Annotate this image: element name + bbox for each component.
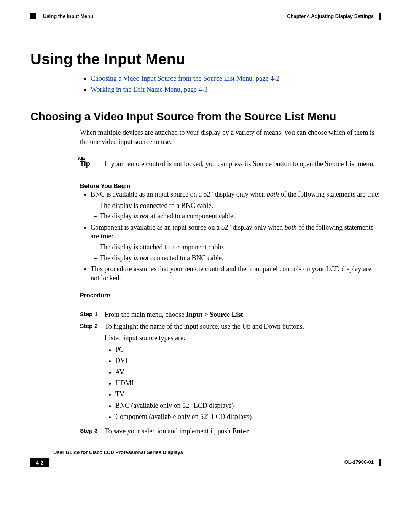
source-item: HDMI xyxy=(115,379,381,388)
link-source-list[interactable]: Choosing a Video Input Source from the S… xyxy=(91,75,280,82)
source-item: BNC (available only on 52" LCD displays) xyxy=(115,401,381,410)
sub-list-item: The display is connected to a BNC cable. xyxy=(101,201,381,210)
sub-list-item: The display is not attached to a compone… xyxy=(101,212,381,220)
header-bar-icon xyxy=(379,13,381,20)
tip-text: If your remote control is not locked, yo… xyxy=(105,160,381,168)
toc-item: Working in the Edit Name Menu, page 4-3 xyxy=(91,85,381,94)
step-body: To save your selection and implement it,… xyxy=(105,427,381,436)
source-item: TV xyxy=(115,390,381,399)
footer-bar-icon xyxy=(379,459,381,466)
step-body: From the main menu, choose Input > Sourc… xyxy=(105,310,381,319)
list-item: This procedure assumes that your remote … xyxy=(91,265,381,283)
list-item: BNC is available as an input source on a… xyxy=(91,190,381,220)
procedure-heading: Procedure xyxy=(80,292,381,300)
step-body: To highlight the name of the input sourc… xyxy=(105,322,381,424)
source-item: Component (available only on 52" LCD dis… xyxy=(115,412,381,421)
step-row: Step 3 To save your selection and implem… xyxy=(80,427,381,436)
step-row: Step 1 From the main menu, choose Input … xyxy=(80,310,381,319)
header-section-label: Using the Input Menu xyxy=(43,13,93,20)
tip-icon: ☙ xyxy=(77,152,86,165)
page-footer: User Guide for Cisco LCD Professional Se… xyxy=(30,447,381,467)
document-number: OL-17986-01 xyxy=(344,459,374,466)
page-header: Using the Input Menu Chapter 4 Adjusting… xyxy=(30,13,381,20)
source-item: PC xyxy=(115,345,381,354)
heading-1: Using the Input Menu xyxy=(30,49,381,69)
link-edit-name[interactable]: Working in the Edit Name Menu, page 4-3 xyxy=(91,86,207,93)
step-label: Step 2 xyxy=(80,322,105,424)
tip-block: ☙ Tip If your remote control is not lock… xyxy=(80,157,381,173)
sub-list-item: The display is not connected to a BNC ca… xyxy=(101,254,381,262)
header-chapter-label: Chapter 4 Adjusting Display Settings xyxy=(287,13,374,20)
step-row: Step 2 To highlight the name of the inpu… xyxy=(80,322,381,424)
source-item: DVI xyxy=(115,356,381,365)
toc-item: Choosing a Video Input Source from the S… xyxy=(91,74,381,83)
footer-guide-title: User Guide for Cisco LCD Professional Se… xyxy=(53,449,381,456)
header-rule xyxy=(30,22,381,22)
procedure-end-rule xyxy=(105,443,381,443)
before-you-begin-heading: Before You Begin xyxy=(80,182,381,190)
source-item: AV xyxy=(115,368,381,377)
intro-paragraph: When multiple devices are attached to yo… xyxy=(80,128,381,146)
sub-list-item: The display is attached to a component c… xyxy=(101,243,381,252)
page-number: 4-2 xyxy=(30,458,49,467)
heading-2: Choosing a Video Input Source from the S… xyxy=(30,110,381,124)
step-label: Step 3 xyxy=(80,427,105,436)
list-item: Component is available as an input sourc… xyxy=(91,223,381,263)
header-square-icon xyxy=(30,13,36,19)
step-label: Step 1 xyxy=(80,310,105,319)
